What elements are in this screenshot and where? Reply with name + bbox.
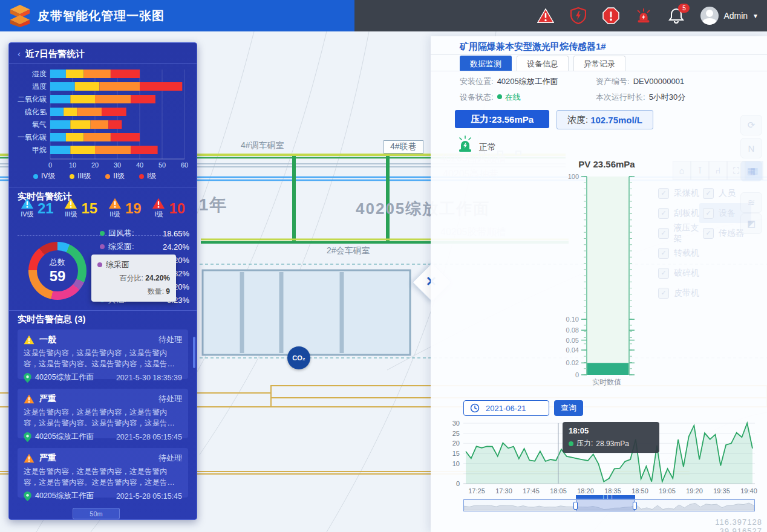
- date-picker[interactable]: 2021-06-21: [463, 400, 549, 416]
- checkbox-checked-icon: ✓: [703, 228, 714, 239]
- date-value: 2021-06-21: [486, 404, 526, 413]
- svg-text:0: 0: [48, 161, 52, 169]
- donut-center: 总数 59: [37, 250, 78, 291]
- notification-badge: 5: [678, 4, 690, 13]
- alarm-statistics-panel: ‹近7日告警统计 0102030405060湿度温度二氧化碳硫化氢氧气一氧化碳甲…: [8, 42, 197, 520]
- level-label: I级: [154, 210, 163, 219]
- svg-text:氧气: 氧气: [32, 120, 47, 129]
- stop-alert-icon[interactable]: [602, 7, 619, 24]
- home-icon[interactable]: ⌂: [673, 161, 691, 180]
- alarm-card[interactable]: 严重待处理这是告警内容，这是告警内容，这是告警内容，这是告警内容。这是告警内容，…: [18, 448, 188, 498]
- alarm-card[interactable]: 一般待处理这是告警内容，这是告警内容，这是告警内容，这是告警内容。这是告警内容，…: [18, 329, 188, 379]
- svg-text:25: 25: [452, 430, 460, 437]
- datazoom-right-handle[interactable]: [633, 502, 637, 510]
- donut-legend-row[interactable]: 回风巷:18.65%: [100, 227, 189, 240]
- header-brand: 皮带智能化管理一张图: [0, 0, 354, 31]
- svg-text:19:05: 19:05: [659, 487, 676, 495]
- legend-label: 回风巷:: [108, 228, 134, 239]
- svg-text:湿度: 湿度: [31, 70, 47, 78]
- online-status-dot: [497, 94, 502, 99]
- svg-text:18:20: 18:20: [577, 487, 594, 495]
- datazoom-left-handle[interactable]: [573, 502, 578, 510]
- svg-text:20: 20: [91, 161, 99, 169]
- user-menu[interactable]: Admin ▼: [700, 7, 759, 25]
- co2-sensor-marker[interactable]: CO₂: [287, 346, 310, 369]
- legend-item[interactable]: III级: [70, 171, 91, 181]
- alarm-list-scrollbar[interactable]: [193, 337, 195, 368]
- alarm-content: 这是告警内容，这是告警内容，这是告警内容，这是告警内容。这是告警内容，这是告警内…: [24, 407, 182, 429]
- level-warning-icon: [64, 198, 77, 209]
- legend-item[interactable]: II级: [105, 171, 125, 181]
- svg-text:0.10: 0.10: [566, 316, 579, 323]
- alarm-content: 这是告警内容，这是告警内容，这是告警内容，这是告警内容。这是告警内容，这是告警内…: [24, 466, 182, 488]
- tab-data-monitor[interactable]: 数据监测: [460, 56, 512, 71]
- svg-text:30: 30: [114, 161, 121, 169]
- svg-text:19:40: 19:40: [740, 487, 757, 495]
- refresh-icon[interactable]: ⟳: [740, 115, 762, 135]
- svg-text:0.04: 0.04: [566, 346, 579, 354]
- datazoom-window[interactable]: [576, 499, 635, 511]
- alarm-card[interactable]: 严重待处理这是告警内容，这是告警内容，这是告警内容，这是告警内容。这是告警内容，…: [18, 389, 188, 438]
- svg-text:10: 10: [452, 460, 460, 467]
- svg-text:二氧化碳: 二氧化碳: [18, 95, 47, 103]
- pressure-chip[interactable]: 压力:23.56mPa: [455, 110, 549, 128]
- sensor-detail-panel: ⌂⊺⑁⛶▦ ✓采煤机✓刮板机✓液压支架✓转载机✓破碎机✓皮带机 ✓人员✓设备✓传…: [431, 36, 767, 532]
- svg-text:50: 50: [158, 161, 166, 169]
- asset-number-field: 资产编号:DEV00000001: [596, 76, 684, 87]
- shield-alert-icon[interactable]: [570, 7, 587, 24]
- runtime-field: 本次运行时长:5小时30分: [596, 92, 685, 103]
- alarm-level-stat: III级15: [59, 198, 103, 219]
- donut-legend-row[interactable]: 综采面:24.20%: [100, 240, 189, 253]
- tooltip-series-dot: [97, 262, 102, 267]
- warning-triangle-icon[interactable]: [537, 7, 554, 24]
- alarm-content: 这是告警内容，这是告警内容，这是告警内容，这是告警内容。这是告警内容，这是告警内…: [24, 348, 182, 369]
- level-count: 15: [81, 200, 97, 217]
- chart-icon[interactable]: ⑁: [709, 161, 727, 180]
- layers-icon[interactable]: ≋: [740, 192, 762, 213]
- donut-center-label: 总数: [50, 257, 65, 268]
- location-pin-icon: [24, 491, 31, 501]
- toolbox-icon[interactable]: ▦: [740, 161, 762, 181]
- install-location-field: 安装位置:40205综放工作面: [460, 76, 558, 87]
- svg-text:17:25: 17:25: [468, 487, 485, 495]
- alarm-time: 2021-5-28 05:15:45: [116, 492, 182, 501]
- divider: [431, 54, 767, 55]
- svg-text:温度: 温度: [32, 82, 47, 91]
- level-label: IV级: [21, 210, 33, 219]
- shapes-icon[interactable]: ◩: [740, 213, 762, 234]
- alarm-location: 40205综放工作面: [35, 432, 94, 442]
- filter-label: 皮带机: [674, 288, 699, 299]
- tab-device-info[interactable]: 设备信息: [517, 56, 569, 71]
- level-warning-icon: [108, 198, 122, 209]
- top-header: 皮带智能化管理一张图 5 Admin ▼: [0, 0, 767, 31]
- back-chevron-icon[interactable]: ‹: [18, 48, 21, 59]
- legend-item[interactable]: I级: [139, 171, 156, 181]
- alarm-severity: 一般: [39, 334, 56, 345]
- alarm-status: 待处理: [158, 453, 182, 464]
- alarm-level-stat: I级10: [147, 198, 191, 219]
- chevron-down-icon: ▼: [752, 13, 759, 19]
- alarm-level-stat: IV级21: [15, 198, 59, 219]
- notification-bell-icon[interactable]: 5: [668, 7, 685, 24]
- user-name: Admin: [723, 11, 748, 21]
- query-button[interactable]: 查询: [554, 400, 583, 416]
- svg-text:10: 10: [69, 161, 76, 169]
- compass-north-icon[interactable]: N: [740, 138, 762, 158]
- filter-label: 刮板机: [674, 208, 699, 219]
- ruler-icon[interactable]: ⊺: [691, 161, 709, 180]
- svg-text:0.02: 0.02: [566, 359, 579, 366]
- sensor-tabs: 数据监测设备信息异常记录: [460, 56, 625, 71]
- legend-value: 18.65%: [163, 229, 189, 238]
- alarm-severity: 严重: [39, 453, 56, 464]
- legend-item[interactable]: IV级: [33, 171, 55, 181]
- concentration-chip[interactable]: 浓度:102.75mol/L: [556, 110, 653, 129]
- avatar: [700, 7, 719, 25]
- app-logo-icon: [8, 4, 31, 27]
- filter-label: 设备: [719, 208, 736, 219]
- siren-alert-icon[interactable]: [635, 7, 652, 24]
- tab-exception-log[interactable]: 异常记录: [573, 56, 625, 71]
- map-scale-bar: 50m: [73, 508, 120, 519]
- svg-text:19:35: 19:35: [713, 487, 730, 495]
- map-label: 2#会车硐室: [327, 245, 370, 256]
- datazoom-grip-icon[interactable]: ❘❘❘: [602, 495, 615, 499]
